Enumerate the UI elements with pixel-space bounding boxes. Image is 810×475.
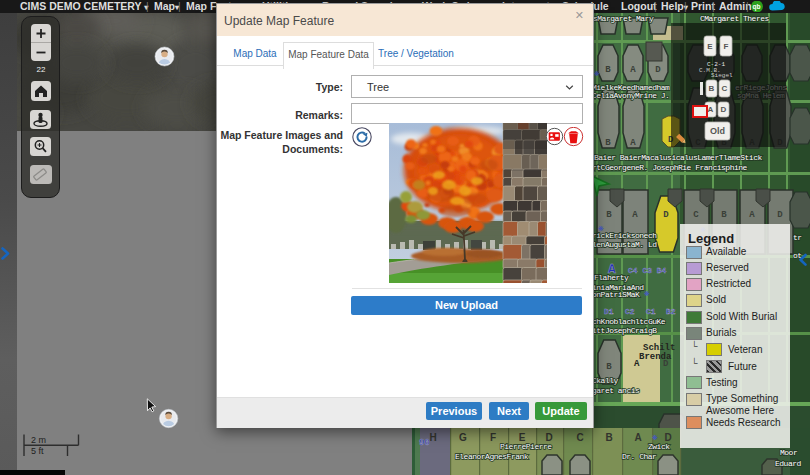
svg-text:2 m: 2 m (31, 435, 46, 445)
svg-text:5 ft: 5 ft (31, 446, 44, 456)
svg-text:qb: qb (753, 3, 761, 11)
